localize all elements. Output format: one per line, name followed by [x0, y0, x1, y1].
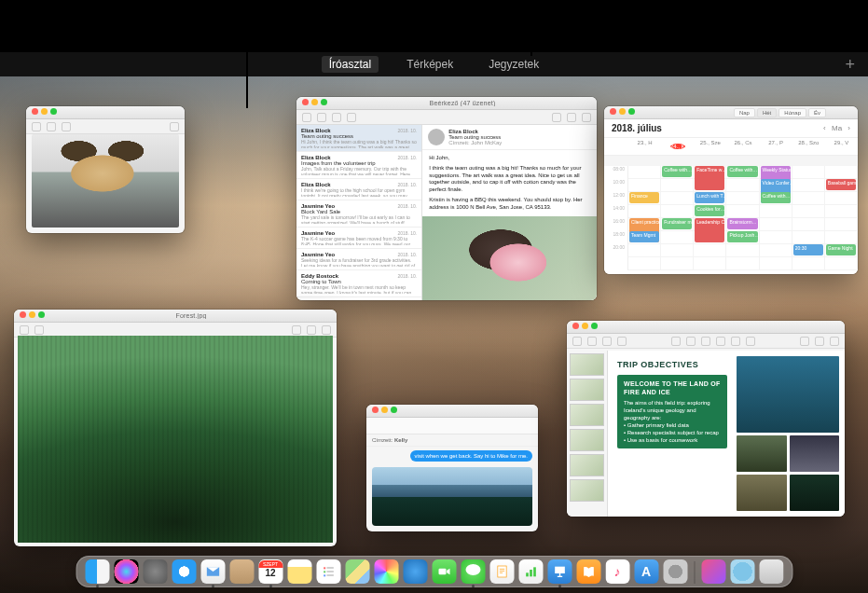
slide-thumb[interactable] [570, 353, 604, 376]
zoom-icon[interactable] [50, 108, 57, 115]
message-row[interactable]: 2018. 10.Eddy BostockComing to TownHey, … [296, 270, 421, 297]
close-icon[interactable] [20, 311, 26, 318]
dock-photos[interactable] [374, 559, 398, 584]
close-icon[interactable] [610, 108, 616, 115]
slide-thumb[interactable] [570, 479, 604, 502]
slide-thumb[interactable] [570, 454, 604, 476]
calendar-event[interactable]: Coffee with… [662, 166, 692, 177]
calendar-window[interactable]: Nap Hét Hónap Év 2018. július ‹ Ma › 23.… [604, 106, 858, 274]
seg-day[interactable]: Nap [734, 108, 755, 117]
seg-week[interactable]: Hét [757, 108, 777, 117]
dock-reminders[interactable] [316, 559, 340, 584]
calendar-event[interactable]: Team Mgmt [629, 231, 659, 242]
minimize-icon[interactable] [619, 108, 626, 115]
dock-contacts[interactable] [229, 559, 254, 584]
message-row[interactable]: 2018. 10.Eliza BlockTeam outing successH… [296, 125, 421, 152]
dock-keynote[interactable] [547, 559, 572, 584]
dock-appstore[interactable] [634, 559, 658, 584]
archive-icon[interactable] [332, 113, 341, 122]
close-icon[interactable] [302, 99, 309, 105]
minimize-icon[interactable] [582, 323, 588, 329]
slide-thumb[interactable] [570, 429, 604, 451]
chart-icon[interactable] [686, 337, 696, 346]
calendar-event[interactable]: Cookies for… [695, 205, 724, 216]
close-icon[interactable] [572, 323, 579, 329]
zoom-icon[interactable] [391, 407, 397, 413]
tool-icon[interactable] [62, 122, 71, 131]
keynote-window[interactable]: TRIP OBJECTIVES WELCOME TO THE LAND OF F… [567, 321, 845, 517]
table-icon[interactable] [671, 337, 681, 346]
slide-canvas[interactable]: TRIP OBJECTIVES WELCOME TO THE LAND OF F… [608, 351, 845, 517]
minimize-icon[interactable] [29, 311, 35, 318]
seg-year[interactable]: Év [808, 108, 826, 117]
close-icon[interactable] [32, 108, 38, 115]
to-field[interactable]: Címzett: Kelly [366, 434, 538, 447]
dock-mail[interactable] [200, 559, 225, 584]
calendar-event[interactable]: Pickup Josh… [727, 231, 757, 242]
minimize-icon[interactable] [41, 108, 48, 115]
space-desktop[interactable]: Íróasztal [322, 56, 379, 73]
add-space-button[interactable]: + [845, 55, 855, 75]
dock-launchpad[interactable] [143, 559, 167, 584]
preview-window-dog[interactable] [26, 106, 185, 233]
zoom-icon[interactable] [587, 337, 597, 346]
calendar-event[interactable]: 20:30 [793, 244, 823, 255]
mail-window[interactable]: Beérkező (47 üzenet) 2018. 10.Eliza Bloc… [296, 97, 597, 300]
dock-imessage[interactable] [403, 559, 427, 584]
message-row[interactable]: 2018. 10.Jasmine YeoSeeking ideas for a … [296, 249, 421, 270]
dock-numbers[interactable] [518, 559, 543, 584]
media-icon[interactable] [731, 337, 740, 346]
dock-books[interactable] [576, 559, 600, 584]
compose-icon[interactable] [317, 113, 326, 122]
dock-messages[interactable] [461, 559, 485, 584]
message-row[interactable]: 2018. 10.Eliza BlockI think we're going … [296, 179, 421, 200]
dock-notes[interactable] [287, 559, 311, 584]
inbox-icon[interactable] [302, 113, 311, 122]
next-icon[interactable]: › [847, 124, 850, 132]
calendar-event[interactable]: Brainstorm… [727, 218, 757, 229]
tool-icon[interactable] [34, 325, 44, 335]
search-icon[interactable] [322, 325, 331, 335]
search-icon[interactable] [582, 113, 591, 122]
dock-trash[interactable] [759, 559, 783, 584]
dock-calendar[interactable] [258, 559, 282, 584]
add-slide-icon[interactable] [602, 337, 612, 346]
dock-safari[interactable] [172, 559, 196, 584]
share-icon[interactable] [307, 325, 316, 335]
calendar-event[interactable]: Finance [629, 192, 659, 203]
calendar-event[interactable]: Lunch with T… [695, 192, 724, 203]
dock-siri[interactable] [114, 559, 138, 584]
trash-icon[interactable] [347, 113, 356, 122]
slide-thumb[interactable] [570, 404, 604, 426]
format-icon[interactable] [800, 337, 809, 346]
zoom-icon[interactable] [591, 323, 598, 329]
space-maps[interactable]: Térképek [399, 56, 461, 73]
calendar-event[interactable]: Game Night [826, 244, 856, 255]
dock-handoff[interactable] [701, 559, 725, 584]
dock-sysprefs[interactable] [663, 559, 687, 584]
text-icon[interactable] [701, 337, 710, 346]
shape-icon[interactable] [716, 337, 725, 346]
dock-pages[interactable] [489, 559, 514, 584]
calendar-event[interactable]: Baseball game [826, 179, 856, 190]
message-row[interactable]: 2018. 10.Jasmine YeoThe K-4 soccer game … [296, 228, 421, 249]
minimize-icon[interactable] [311, 99, 318, 105]
close-icon[interactable] [372, 407, 379, 413]
slide-thumb[interactable] [570, 379, 604, 401]
share-icon[interactable] [170, 122, 179, 131]
animate-icon[interactable] [815, 337, 824, 346]
tool-icon[interactable] [20, 325, 29, 335]
view-icon[interactable] [572, 337, 582, 346]
markup-icon[interactable] [292, 325, 301, 335]
calendar-event[interactable]: Coffee with… [761, 192, 791, 203]
tool-icon[interactable] [32, 122, 41, 131]
zoom-icon[interactable] [321, 99, 327, 105]
today-button[interactable]: Ma [832, 124, 842, 132]
message-row[interactable]: 2018. 10.Jasmine YeoBlock Yard SaleThe y… [296, 200, 421, 228]
tool-icon[interactable] [47, 122, 56, 131]
reply-icon[interactable] [552, 113, 561, 122]
zoom-icon[interactable] [628, 108, 635, 115]
dock-maps[interactable] [345, 559, 369, 584]
flag-icon[interactable] [567, 113, 576, 122]
comment-icon[interactable] [746, 337, 755, 346]
